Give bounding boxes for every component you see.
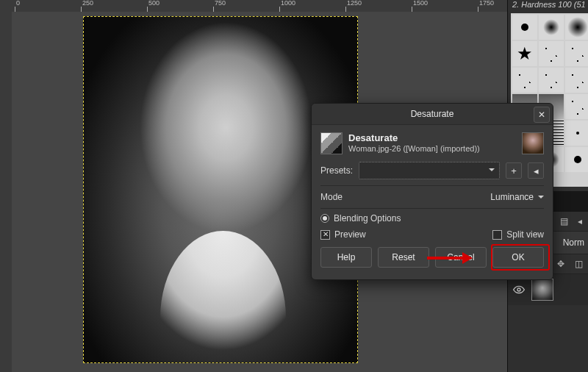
chevron-down-icon <box>538 196 544 201</box>
layers-tab-icon[interactable]: ▤ <box>558 215 570 227</box>
button-label: Cancel <box>447 252 474 262</box>
cancel-button[interactable]: Cancel <box>435 247 487 268</box>
brush-preset[interactable] <box>565 121 588 146</box>
preset-menu-button[interactable]: ◂ <box>528 162 544 179</box>
brush-preset[interactable] <box>565 15 588 40</box>
add-preset-button[interactable]: + <box>506 162 522 179</box>
ruler-mark: 1750 <box>479 0 494 7</box>
dialog-subheading: Woman.jpg-26 ([Woman] (imported)) <box>348 144 480 153</box>
ok-button[interactable]: OK <box>492 247 544 268</box>
ruler-mark: 750 <box>215 0 226 7</box>
brush-preset[interactable] <box>565 68 588 93</box>
lock-alpha-icon[interactable]: ◫ <box>573 258 584 270</box>
dialog-heading: Desaturate <box>348 132 480 143</box>
presets-dropdown[interactable] <box>359 162 500 179</box>
ruler-mark: 1000 <box>281 0 295 7</box>
help-button[interactable]: Help <box>320 247 372 268</box>
button-label: OK <box>512 252 524 262</box>
brush-preset[interactable] <box>539 15 564 40</box>
ruler-mark: 0 <box>16 0 20 7</box>
blend-mode-value[interactable]: Norm <box>563 237 584 248</box>
expander-bullet-icon <box>320 214 329 223</box>
plus-icon: + <box>511 165 517 176</box>
close-button[interactable]: ✕ <box>534 107 550 123</box>
lock-position-icon[interactable]: ✥ <box>555 258 567 270</box>
split-view-checkbox[interactable] <box>492 230 502 240</box>
brush-preset[interactable] <box>539 68 564 93</box>
brush-preset[interactable] <box>565 147 588 172</box>
brush-preset[interactable] <box>565 41 588 66</box>
chevron-left-icon: ◂ <box>534 165 539 176</box>
preview-checkbox[interactable]: ✕ <box>320 230 330 240</box>
reset-button[interactable]: Reset <box>378 247 429 268</box>
split-view-label: Split view <box>506 229 544 240</box>
brush-preset[interactable] <box>512 68 537 93</box>
preview-label: Preview <box>334 229 366 240</box>
brush-panel-title: 2. Hardness 100 (51 <box>512 0 588 9</box>
ruler-horizontal: 0 250 500 750 1000 1250 1500 1750 <box>0 0 507 12</box>
button-label: Reset <box>392 252 415 262</box>
visibility-eye-icon[interactable] <box>512 283 526 296</box>
svg-point-0 <box>517 288 520 291</box>
blending-options-expander[interactable]: Blending Options <box>320 213 544 223</box>
ruler-mark: 1250 <box>347 0 362 7</box>
layer-thumbnail <box>531 279 553 301</box>
preview-thumbnail <box>522 132 544 154</box>
desaturate-dialog: Desaturate ✕ Desaturate Woman.jpg-26 ([W… <box>311 103 553 280</box>
chevron-left-icon[interactable]: ◂ <box>574 215 586 227</box>
ruler-vertical <box>0 12 12 372</box>
brush-preset[interactable]: ★ <box>512 41 537 66</box>
brush-preset[interactable] <box>512 15 537 40</box>
button-label: Help <box>337 252 356 262</box>
ruler-mark: 500 <box>148 0 159 7</box>
brush-preset[interactable] <box>539 41 564 66</box>
presets-label: Presets: <box>320 165 353 176</box>
mode-dropdown[interactable]: Luminance <box>490 192 544 202</box>
close-icon: ✕ <box>538 110 545 120</box>
ruler-mark: 1500 <box>413 0 428 7</box>
dialog-title: Desaturate <box>411 109 454 119</box>
dialog-titlebar[interactable]: Desaturate ✕ <box>312 104 553 125</box>
ruler-mark: 250 <box>82 0 93 7</box>
brush-preset[interactable] <box>565 94 588 119</box>
mode-value: Luminance <box>490 192 534 202</box>
mode-label: Mode <box>320 192 343 202</box>
blending-options-label: Blending Options <box>334 213 401 223</box>
desaturate-icon <box>320 132 343 154</box>
